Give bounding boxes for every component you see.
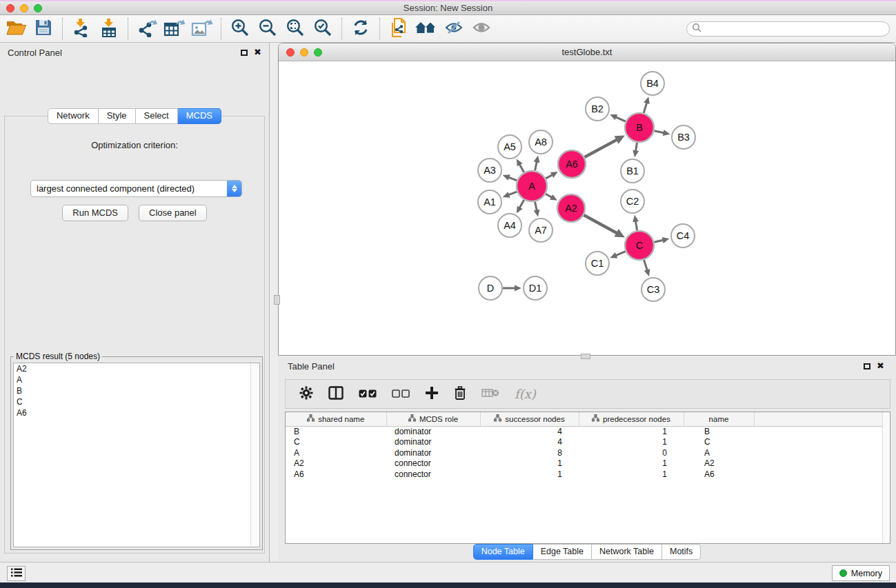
delete-columns-button[interactable] [454, 386, 466, 403]
criterion-select[interactable]: largest connected component (directed) [30, 180, 242, 197]
task-history-button[interactable] [7, 566, 26, 581]
table-row[interactable]: Cdominator41C [286, 437, 883, 448]
tab-style[interactable]: Style [99, 108, 136, 124]
zoom-in-icon [230, 18, 250, 40]
import-network-button[interactable] [68, 17, 95, 41]
graph-edge[interactable] [654, 240, 664, 242]
column-header-filler [754, 412, 883, 426]
node-label: B [636, 122, 643, 133]
toolbar-separator [341, 18, 342, 40]
graph-edge[interactable] [654, 131, 664, 133]
float-table-panel-icon[interactable] [864, 363, 870, 369]
graph-edge[interactable] [584, 139, 617, 157]
zoom-fit-icon [286, 18, 305, 40]
memory-button[interactable]: Memory [832, 565, 890, 581]
import-table-button[interactable] [95, 17, 123, 41]
table-row[interactable]: A2connector11A2 [286, 458, 883, 469]
export-network-button[interactable] [133, 17, 161, 41]
mcds-result-item[interactable]: B [14, 385, 259, 396]
table-row[interactable]: Bdominator41B [286, 426, 883, 437]
tab-motifs[interactable]: Motifs [662, 544, 701, 560]
show-graphics-details-button[interactable] [468, 17, 495, 41]
save-session-button[interactable] [30, 17, 57, 41]
close-panel-icon[interactable]: ✖ [254, 49, 261, 56]
node-label: A7 [535, 225, 547, 236]
column-header[interactable]: shared name [286, 412, 386, 426]
column-header[interactable]: successor nodes [480, 412, 579, 426]
vertical-splitter-handle[interactable] [274, 295, 280, 305]
node-label: D [487, 283, 494, 294]
result-list-scrollbar[interactable] [250, 363, 259, 547]
float-panel-icon[interactable] [241, 50, 248, 56]
network-window-titlebar[interactable]: testGlobe.txt [279, 43, 895, 61]
control-panel-tabs: NetworkStyleSelectMCDS [0, 108, 269, 124]
graph-edge[interactable] [584, 215, 617, 234]
column-header[interactable]: predecessor nodes [579, 412, 684, 426]
node-table[interactable]: shared nameMCDS rolesuccessor nodesprede… [286, 412, 884, 480]
column-header[interactable]: name [684, 412, 754, 426]
control-panel-header: Control Panel ✖ [0, 43, 269, 62]
add-column-button[interactable] [425, 386, 439, 403]
graph-edge[interactable] [615, 116, 626, 121]
zoom-out-button[interactable] [254, 17, 281, 41]
function-builder-button[interactable]: f(x) [515, 387, 536, 401]
select-all-button[interactable] [359, 388, 377, 401]
zoom-selected-button[interactable] [309, 17, 337, 41]
tab-select[interactable]: Select [136, 108, 178, 124]
close-table-panel-icon[interactable]: ✖ [877, 363, 884, 369]
node-label: C4 [677, 230, 690, 241]
search-input[interactable] [686, 21, 890, 37]
tab-edge-table[interactable]: Edge Table [533, 544, 592, 560]
home-view-button[interactable] [412, 17, 440, 41]
edge-arrowhead-icon [662, 237, 670, 243]
graph-edge[interactable] [519, 163, 524, 172]
clone-network-button[interactable] [385, 17, 412, 41]
zoom-out-icon [258, 18, 277, 40]
graph-edge[interactable] [644, 102, 647, 113]
edge-arrowhead-icon [633, 215, 639, 223]
run-mcds-button[interactable]: Run MCDS [62, 205, 128, 221]
node-label: A4 [504, 220, 516, 231]
tab-mcds[interactable]: MCDS [178, 108, 221, 124]
export-table-button[interactable] [161, 17, 188, 41]
hide-graphics-details-button[interactable] [440, 17, 468, 41]
graph-edge[interactable] [508, 177, 517, 181]
table-row[interactable]: A6connector11A6 [286, 469, 883, 480]
node-label: A2 [565, 203, 577, 214]
network-canvas[interactable]: ABCA6A2A1A3A4A5A7A8B1B2B3B4C1C2C3C4DD1 [279, 62, 895, 355]
tab-node-table[interactable]: Node Table [473, 544, 533, 560]
delete-table-button[interactable] [481, 387, 499, 401]
show-column-button[interactable] [328, 386, 344, 403]
graph-edge[interactable] [519, 200, 524, 209]
zoom-in-button[interactable] [226, 17, 254, 41]
graph-edge[interactable] [615, 252, 626, 256]
refresh-view-button[interactable] [347, 17, 375, 41]
graph-edge[interactable] [635, 221, 637, 231]
mcds-result-item[interactable]: C [14, 396, 259, 407]
mcds-result-item[interactable]: A [14, 374, 259, 385]
horizontal-splitter-handle[interactable] [581, 354, 590, 359]
mcds-result-list[interactable]: A2ABCA6 [13, 363, 260, 547]
graph-edge[interactable] [535, 202, 537, 212]
graph-edge[interactable] [635, 143, 637, 152]
table-row[interactable]: Adominator80A [286, 447, 883, 458]
close-panel-button[interactable]: Close panel [139, 205, 207, 221]
shared-column-icon [494, 414, 501, 423]
mcds-result-item[interactable]: A6 [14, 407, 259, 418]
deselect-all-button[interactable] [392, 388, 410, 401]
open-session-button[interactable] [2, 17, 30, 41]
graph-edge[interactable] [644, 260, 648, 271]
mcds-result-item[interactable]: A2 [14, 363, 259, 374]
select-stepper-icon [227, 180, 241, 197]
tab-network[interactable]: Network [48, 108, 99, 124]
edge-arrowhead-icon [503, 192, 510, 197]
table-settings-button[interactable] [299, 386, 313, 403]
export-image-button[interactable] [188, 17, 216, 41]
zoom-fit-button[interactable] [281, 17, 309, 41]
graph-edge[interactable] [508, 192, 517, 195]
table-scrollbar[interactable] [882, 412, 890, 543]
column-header[interactable]: MCDS role [386, 412, 480, 426]
network-graph[interactable]: ABCA6A2A1A3A4A5A7A8B1B2B3B4C1C2C3C4DD1 [279, 62, 895, 355]
tab-network-table[interactable]: Network Table [592, 544, 662, 560]
graph-edge[interactable] [535, 161, 537, 170]
